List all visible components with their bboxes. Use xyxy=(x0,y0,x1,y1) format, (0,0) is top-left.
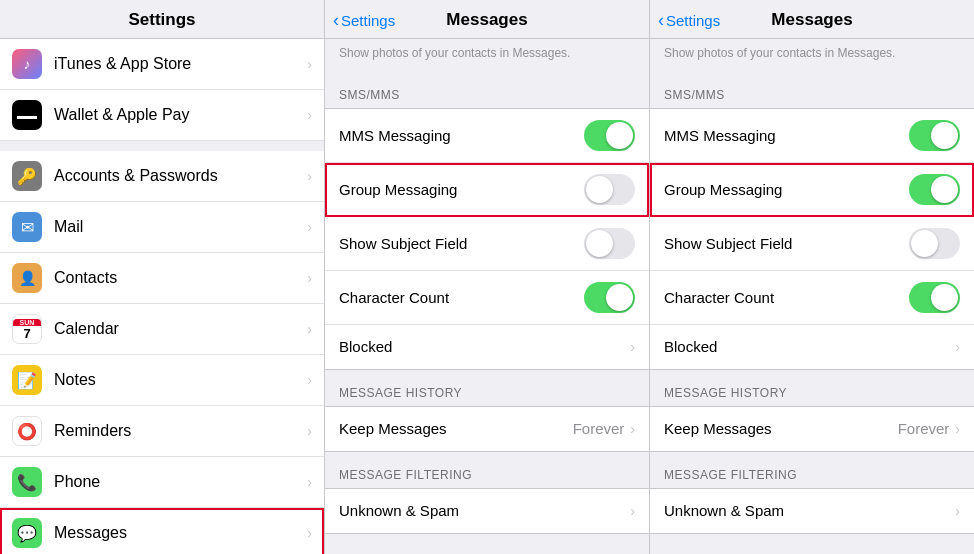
middle-msg-history-header: MESSAGE HISTORY xyxy=(325,370,649,406)
middle-panel-content: Show photos of your contacts in Messages… xyxy=(325,39,649,554)
right-keep-chevron: › xyxy=(955,421,960,437)
chevron-icon: › xyxy=(307,525,312,541)
sidebar-item-contacts[interactable]: 👤 Contacts › xyxy=(0,253,324,304)
middle-sms-header: SMS/MMS xyxy=(325,72,649,108)
back-label-middle: Settings xyxy=(341,12,395,29)
sidebar-item-itunes[interactable]: ♪ iTunes & App Store › xyxy=(0,39,324,90)
right-sms-header: SMS/MMS xyxy=(650,72,974,108)
sidebar-item-calendar[interactable]: SUN 7 Calendar › xyxy=(0,304,324,355)
back-button-right[interactable]: ‹ Settings xyxy=(658,11,720,29)
sidebar-label-wallet: Wallet & Apple Pay xyxy=(54,106,307,124)
middle-row-blocked[interactable]: Blocked › xyxy=(325,325,649,369)
middle-subject-toggle[interactable] xyxy=(584,228,635,259)
middle-unknown-spam-row[interactable]: Unknown & Spam › xyxy=(325,489,649,533)
right-subject-toggle[interactable] xyxy=(909,228,960,259)
middle-history-section: Keep Messages Forever › xyxy=(325,406,649,452)
back-chevron-icon: ‹ xyxy=(333,11,339,29)
middle-mms-toggle[interactable] xyxy=(584,120,635,151)
middle-subject-label: Show Subject Field xyxy=(339,235,584,252)
right-charcount-toggle[interactable] xyxy=(909,282,960,313)
phone-icon: 📞 xyxy=(12,467,42,497)
middle-spacer xyxy=(325,534,649,554)
sidebar-item-notes[interactable]: 📝 Notes › xyxy=(0,355,324,406)
right-unknown-spam-row[interactable]: Unknown & Spam › xyxy=(650,489,974,533)
messages-icon: 💬 xyxy=(12,518,42,548)
chevron-icon: › xyxy=(307,168,312,184)
right-row-group-msg: Group Messaging xyxy=(650,163,974,217)
right-group-toggle[interactable] xyxy=(909,174,960,205)
right-subject-label: Show Subject Field xyxy=(664,235,909,252)
middle-keep-label: Keep Messages xyxy=(339,420,573,437)
sidebar-label-accounts: Accounts & Passwords xyxy=(54,167,307,185)
sidebar-label-contacts: Contacts xyxy=(54,269,307,287)
middle-mms-label: MMS Messaging xyxy=(339,127,584,144)
messages-panel-right: ‹ Settings Messages Show photos of your … xyxy=(650,0,974,554)
sidebar-item-reminders[interactable]: ⭕ Reminders › xyxy=(0,406,324,457)
wallet-icon: ▬▬ xyxy=(12,100,42,130)
contacts-icon: 👤 xyxy=(12,263,42,293)
chevron-icon: › xyxy=(307,219,312,235)
right-blocked-label: Blocked xyxy=(664,338,955,355)
itunes-icon: ♪ xyxy=(12,49,42,79)
right-row-mms: MMS Messaging xyxy=(650,109,974,163)
right-panel-title: Messages xyxy=(771,10,852,30)
separator xyxy=(0,141,324,151)
messages-panel-middle: ‹ Settings Messages Show photos of your … xyxy=(325,0,650,554)
middle-panel-title: Messages xyxy=(446,10,527,30)
right-row-blocked[interactable]: Blocked › xyxy=(650,325,974,369)
chevron-icon: › xyxy=(307,321,312,337)
right-group-label: Group Messaging xyxy=(664,181,909,198)
middle-keep-chevron: › xyxy=(630,421,635,437)
sidebar-item-accounts[interactable]: 🔑 Accounts & Passwords › xyxy=(0,151,324,202)
middle-filtering-header: MESSAGE FILTERING xyxy=(325,452,649,488)
middle-sms-section: MMS Messaging Group Messaging Show Subje… xyxy=(325,108,649,370)
right-sms-section: MMS Messaging Group Messaging Show Subje… xyxy=(650,108,974,370)
sidebar-label-itunes: iTunes & App Store xyxy=(54,55,307,73)
right-filtering-section: Unknown & Spam › xyxy=(650,488,974,534)
right-filtering-header: MESSAGE FILTERING xyxy=(650,452,974,488)
middle-group-toggle[interactable] xyxy=(584,174,635,205)
settings-sidebar: Settings ♪ iTunes & App Store › ▬▬ Walle… xyxy=(0,0,325,554)
right-panel-content: Show photos of your contacts in Messages… xyxy=(650,39,974,554)
back-chevron-right-icon: ‹ xyxy=(658,11,664,29)
middle-blocked-chevron: › xyxy=(630,339,635,355)
sidebar-label-messages: Messages xyxy=(54,524,307,542)
right-panel-header: ‹ Settings Messages xyxy=(650,0,974,39)
right-blocked-chevron: › xyxy=(955,339,960,355)
chevron-icon: › xyxy=(307,56,312,72)
right-history-section: Keep Messages Forever › xyxy=(650,406,974,452)
sidebar-item-messages[interactable]: 💬 Messages › xyxy=(0,508,324,554)
right-desc-top: Show photos of your contacts in Messages… xyxy=(650,39,974,72)
right-spam-label: Unknown & Spam xyxy=(664,502,955,519)
middle-desc-top: Show photos of your contacts in Messages… xyxy=(325,39,649,72)
right-spacer xyxy=(650,534,974,554)
right-mms-toggle[interactable] xyxy=(909,120,960,151)
sidebar-item-mail[interactable]: ✉ Mail › xyxy=(0,202,324,253)
right-row-char-count: Character Count xyxy=(650,271,974,325)
right-spam-chevron: › xyxy=(955,503,960,519)
right-charcount-label: Character Count xyxy=(664,289,909,306)
notes-icon: 📝 xyxy=(12,365,42,395)
middle-group-label: Group Messaging xyxy=(339,181,584,198)
middle-keep-messages-row[interactable]: Keep Messages Forever › xyxy=(325,407,649,451)
mail-icon: ✉ xyxy=(12,212,42,242)
middle-row-group-msg: Group Messaging xyxy=(325,163,649,217)
accounts-icon: 🔑 xyxy=(12,161,42,191)
right-mms-label: MMS Messaging xyxy=(664,127,909,144)
middle-charcount-toggle[interactable] xyxy=(584,282,635,313)
settings-title: Settings xyxy=(0,0,324,39)
middle-charcount-label: Character Count xyxy=(339,289,584,306)
right-keep-messages-row[interactable]: Keep Messages Forever › xyxy=(650,407,974,451)
back-label-right: Settings xyxy=(666,12,720,29)
middle-row-char-count: Character Count xyxy=(325,271,649,325)
calendar-icon: SUN 7 xyxy=(12,314,42,344)
back-button-middle[interactable]: ‹ Settings xyxy=(333,11,395,29)
middle-spam-label: Unknown & Spam xyxy=(339,502,630,519)
chevron-icon: › xyxy=(307,474,312,490)
chevron-icon: › xyxy=(307,423,312,439)
sidebar-item-phone[interactable]: 📞 Phone › xyxy=(0,457,324,508)
reminders-icon: ⭕ xyxy=(12,416,42,446)
chevron-icon: › xyxy=(307,107,312,123)
sidebar-item-wallet[interactable]: ▬▬ Wallet & Apple Pay › xyxy=(0,90,324,141)
right-msg-history-header: MESSAGE HISTORY xyxy=(650,370,974,406)
